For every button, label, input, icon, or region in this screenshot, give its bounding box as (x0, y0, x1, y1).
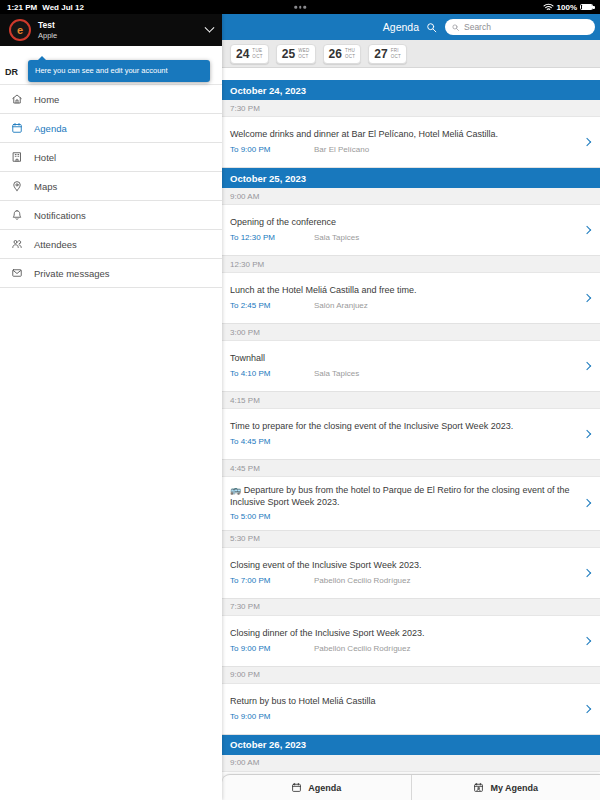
clock: 1:21 PM (7, 3, 37, 12)
sidebar-item-label: Home (34, 94, 59, 105)
event-row[interactable]: Return by bus to Hotel Meliá CastillaTo … (222, 684, 600, 735)
date-chip-weekday-month: THUOCT (345, 48, 355, 59)
date-chip-day: 25 (282, 47, 295, 61)
event-meta: To 2:45 PMSalón Aranjuez (230, 301, 576, 311)
event-row[interactable]: Lunch at the Hotel Meliá Castilla and fr… (222, 273, 600, 324)
event-row[interactable]: 🚌 Departure by bus from the hotel to Par… (222, 477, 600, 531)
sidebar-item-hotel[interactable]: Hotel (0, 143, 222, 172)
time-row: 9:00 AM (222, 188, 600, 205)
date-chip-26[interactable]: 26THUOCT (323, 44, 362, 64)
event-location: Pabellón Cecilio Rodríguez (314, 644, 411, 654)
event-meta: To 12:30 PMSala Tapices (230, 233, 576, 243)
search-placeholder: Search (464, 22, 491, 32)
date-chip-25[interactable]: 25WEDOCT (276, 44, 316, 64)
time-row: 4:15 PM (222, 392, 600, 409)
date-chip-weekday-month: FRIOCT (391, 48, 401, 59)
battery-percent: 100% (557, 3, 577, 12)
event-location: Pabellón Cecilio Rodríguez (314, 576, 411, 586)
chevron-right-icon (583, 226, 591, 234)
time-row: 4:45 PM (222, 460, 600, 477)
tab-bar: AgendaMy Agenda (222, 774, 600, 800)
calendar-icon (291, 782, 302, 793)
time-row: 3:00 PM (222, 324, 600, 341)
event-location: Sala Tapices (314, 369, 359, 379)
sidebar-item-agenda[interactable]: Agenda (0, 114, 222, 143)
avatar-letter: e (17, 24, 23, 36)
chevron-down-icon (205, 22, 215, 32)
time-row: 9:00 AM (222, 755, 600, 772)
date-chip-day: 26 (329, 47, 342, 61)
multitask-grabber-icon[interactable] (294, 6, 306, 9)
home-icon (11, 93, 23, 105)
drawer-menu: HomeAgendaHotelMapsNotificationsAttendee… (0, 84, 222, 288)
sidebar-item-label: Agenda (34, 123, 67, 134)
chevron-right-icon (583, 138, 591, 146)
chevron-right-icon (583, 705, 591, 713)
chevron-right-icon (583, 569, 591, 577)
event-row[interactable]: Closing dinner of the Inclusive Sport We… (222, 616, 600, 667)
time-row: 9:00 PM (222, 667, 600, 684)
chevron-right-icon (583, 362, 591, 370)
tab-my-agenda[interactable]: My Agenda (412, 775, 600, 800)
event-meta: To 9:00 PMBar El Pelícano (230, 145, 576, 155)
event-row[interactable]: Time to prepare for the closing event of… (222, 409, 600, 460)
time-row: 12:30 PM (222, 256, 600, 273)
chevron-right-icon (583, 294, 591, 302)
sidebar-item-private-messages[interactable]: Private messages (0, 259, 222, 288)
date-chip-weekday-month: WEDOCT (298, 48, 309, 59)
event-meta: To 9:00 PMPabellón Cecilio Rodríguez (230, 644, 576, 654)
event-row[interactable]: Welcome drinks and dinner at Bar El Pelí… (222, 117, 600, 168)
time-row: 7:30 PM (222, 599, 600, 616)
event-row[interactable]: Opening of the conferenceTo 12:30 PMSala… (222, 205, 600, 256)
chevron-right-icon (583, 637, 591, 645)
event-location: Sala Tapices (314, 233, 359, 243)
drawer-clipped-text: DR (5, 67, 18, 77)
event-title: Time to prepare for the closing event of… (230, 421, 576, 433)
chevron-right-icon (583, 430, 591, 438)
sidebar-item-label: Private messages (34, 268, 110, 279)
section-header: October 25, 2023 (222, 168, 600, 188)
sidebar-item-maps[interactable]: Maps (0, 172, 222, 201)
event-row[interactable]: Closing event of the Inclusive Sport Wee… (222, 548, 600, 599)
map-pin-icon (11, 180, 23, 192)
tab-label: Agenda (308, 783, 341, 793)
date-chip-27[interactable]: 27FRIOCT (368, 44, 407, 64)
account-header[interactable]: e Test Apple (0, 14, 222, 46)
status-bar: 1:21 PM Wed Jul 12 100% (0, 0, 600, 14)
tab-agenda[interactable]: Agenda (222, 775, 412, 800)
event-end-time: To 9:00 PM (230, 644, 314, 654)
event-end-time: To 9:00 PM (230, 712, 314, 722)
search-input[interactable]: Search (445, 19, 595, 35)
hotel-icon (11, 151, 23, 163)
calendar-icon (11, 122, 23, 134)
event-meta: To 5:00 PM (230, 512, 576, 522)
page-title: Agenda (227, 21, 425, 33)
app-header: Agenda Search (222, 14, 600, 40)
drawer: e Test Apple DR Here you can see and edi… (0, 14, 222, 800)
section-header: October 24, 2023 (222, 80, 600, 100)
user-name: Test (38, 20, 57, 30)
event-end-time: To 7:00 PM (230, 576, 314, 586)
event-row[interactable]: TownhallTo 4:10 PMSala Tapices (222, 341, 600, 392)
time-row: 7:30 PM (222, 100, 600, 117)
event-end-time: To 5:00 PM (230, 512, 314, 522)
time-row: 5:30 PM (222, 531, 600, 548)
sidebar-item-label: Hotel (34, 152, 56, 163)
date-chip-24[interactable]: 24TUEOCT (230, 44, 269, 64)
event-title: Opening of the conference (230, 217, 576, 229)
sidebar-item-home[interactable]: Home (0, 85, 222, 114)
event-meta: To 4:45 PM (230, 437, 576, 447)
event-end-time: To 9:00 PM (230, 145, 314, 155)
sidebar-item-notifications[interactable]: Notifications (0, 201, 222, 230)
date-chip-month: OCT (298, 54, 309, 60)
account-tooltip: Here you can see and edit your account (28, 60, 210, 82)
sidebar-item-attendees[interactable]: Attendees (0, 230, 222, 259)
event-title: Lunch at the Hotel Meliá Castilla and fr… (230, 285, 576, 297)
search-icon[interactable] (425, 21, 438, 34)
event-location: Bar El Pelícano (314, 145, 369, 155)
avatar: e (9, 19, 31, 41)
event-title: Townhall (230, 353, 576, 365)
bell-icon (11, 209, 23, 221)
date-chip-day: 27 (374, 47, 387, 61)
status-date: Wed Jul 12 (42, 3, 84, 12)
